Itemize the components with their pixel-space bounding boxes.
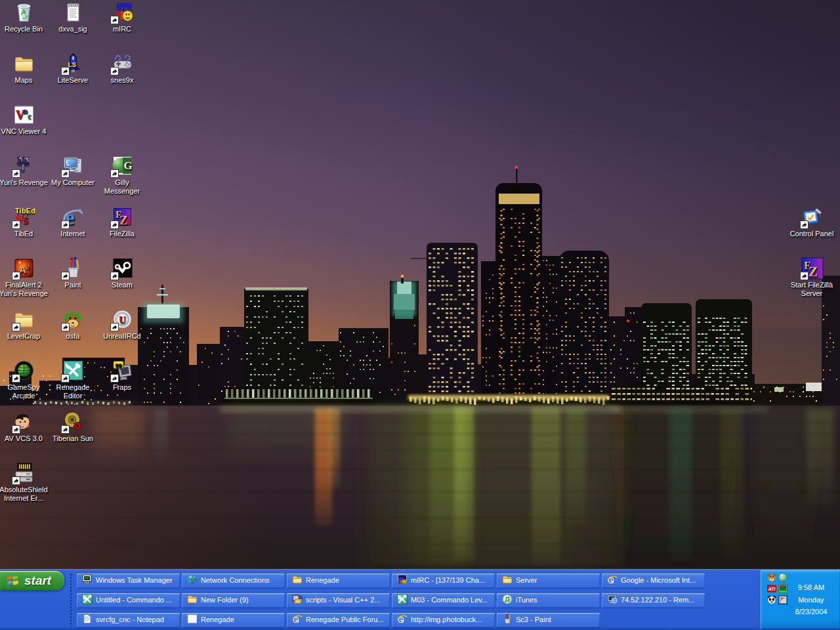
svg-text:Z: Z — [808, 264, 818, 280]
svg-text:LS: LS — [68, 61, 77, 69]
svg-text:c: c — [28, 112, 32, 121]
svg-text:S: S — [23, 216, 28, 226]
svg-text:Z: Z — [119, 213, 128, 227]
svg-text:U: U — [119, 314, 126, 325]
svg-text:e: e — [609, 574, 614, 585]
svg-text:e: e — [294, 614, 299, 624]
svg-text:n: n — [23, 106, 28, 116]
svg-text:e: e — [399, 614, 404, 624]
svg-text:ATI: ATI — [768, 587, 776, 591]
svg-text:99: 99 — [115, 362, 121, 369]
svg-text:TibEd: TibEd — [15, 207, 35, 215]
svg-text:G: G — [123, 159, 132, 172]
